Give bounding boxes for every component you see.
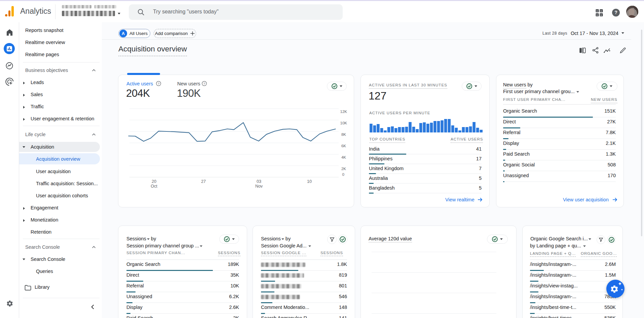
svg-text:10: 10 (307, 179, 312, 184)
svg-text:03: 03 (257, 179, 261, 184)
svg-text:?: ? (614, 10, 617, 15)
svg-text:8K: 8K (341, 132, 346, 136)
svg-text:Oct: Oct (151, 184, 157, 189)
svg-text:4K: 4K (341, 155, 346, 159)
svg-text:Nov: Nov (255, 184, 263, 189)
svg-text:20: 20 (152, 179, 156, 184)
svg-text:10K: 10K (340, 121, 347, 125)
svg-text:12K: 12K (340, 110, 347, 114)
svg-text:2K: 2K (341, 167, 346, 171)
svg-text:27: 27 (201, 179, 206, 184)
svg-text:6K: 6K (341, 144, 346, 148)
svg-text:0: 0 (342, 172, 344, 176)
